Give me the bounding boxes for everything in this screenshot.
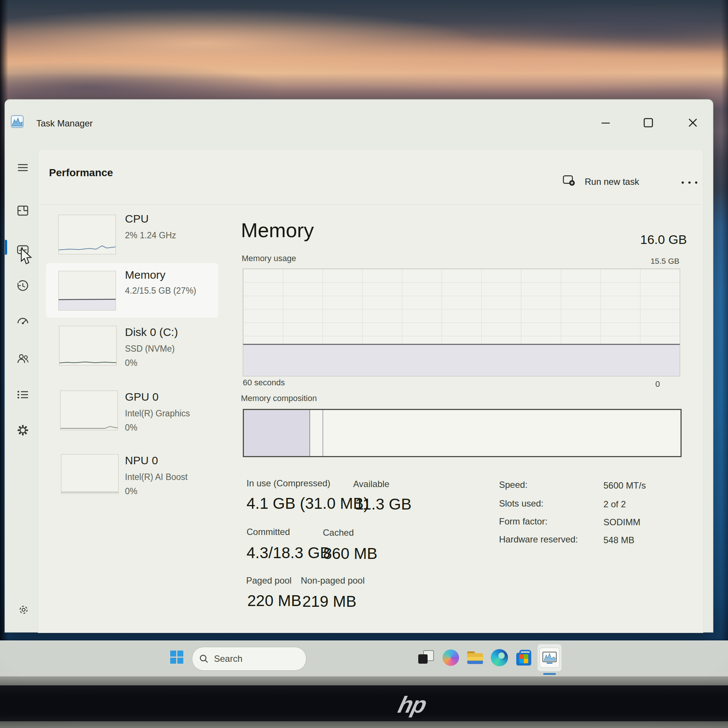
time-axis-right: 0 xyxy=(604,379,660,389)
laptop-base-edge xyxy=(0,721,728,728)
maximize-button[interactable] xyxy=(637,115,659,131)
paged-pool-label: Paged pool xyxy=(246,575,291,586)
search-icon xyxy=(199,654,209,664)
cached-value: 860 MB xyxy=(323,545,378,563)
active-app-indicator xyxy=(543,673,556,675)
taskbar-app-copilot[interactable] xyxy=(439,644,463,671)
disk-label: Disk 0 (C:) xyxy=(125,326,178,338)
sidebar-item-app-history[interactable] xyxy=(13,277,32,295)
sidebar-item-startup-apps[interactable] xyxy=(13,313,32,331)
taskbar-app-edge[interactable] xyxy=(488,644,511,671)
available-label: Available xyxy=(353,479,390,489)
taskbar xyxy=(0,641,728,677)
cpu-stats: 2% 1.24 GHz xyxy=(125,231,176,240)
search-input[interactable] xyxy=(213,653,289,664)
committed-label: Committed xyxy=(246,527,290,537)
npu-sparkline xyxy=(61,454,119,494)
time-axis-left: 60 seconds xyxy=(243,378,285,388)
perf-card-npu[interactable]: NPU 0 Intel(R) AI Boost 0% xyxy=(54,451,218,507)
memory-title: Memory xyxy=(241,219,314,242)
microsoft-store-icon xyxy=(513,648,534,667)
task-manager-logo-icon xyxy=(11,115,24,128)
composition-in-use-segment xyxy=(244,410,310,456)
selected-tab-indicator xyxy=(5,240,7,255)
run-new-task-icon xyxy=(562,174,576,187)
slots-used-label: Slots used: xyxy=(499,498,544,509)
memory-used-area xyxy=(243,344,680,376)
minimize-button[interactable] xyxy=(595,115,617,131)
copilot-icon xyxy=(442,650,459,666)
sidebar-item-processes[interactable] xyxy=(13,202,32,220)
npu-usage: 0% xyxy=(125,486,137,496)
speed-label: Speed: xyxy=(499,480,528,490)
memory-usage-graph xyxy=(243,269,680,376)
slots-used-value: 2 of 2 xyxy=(603,499,626,509)
taskbar-app-store[interactable] xyxy=(512,644,536,671)
gpu-sparkline xyxy=(60,390,118,430)
memory-capacity: 16.0 GB xyxy=(545,232,687,247)
taskbar-app-squares[interactable] xyxy=(413,644,437,671)
paged-pool-value: 220 MB xyxy=(247,592,301,610)
start-windows-logo-icon xyxy=(170,650,183,664)
form-factor-label: Form factor: xyxy=(499,516,547,527)
nonpaged-pool-label: Non-paged pool xyxy=(301,575,365,586)
npu-name: Intel(R) AI Boost xyxy=(125,472,187,482)
memory-usage-label: Memory usage xyxy=(242,254,296,263)
memory-composition-bar[interactable] xyxy=(243,409,682,457)
memory-label: Memory xyxy=(125,269,165,281)
header-divider xyxy=(41,204,700,205)
in-use-label: In use (Compressed) xyxy=(246,478,330,489)
hardware-reserved-label: Hardware reserved: xyxy=(499,534,578,545)
cpu-label: CPU xyxy=(125,213,148,225)
composition-modified-segment xyxy=(309,410,323,456)
taskbar-search[interactable] xyxy=(192,647,306,671)
task-manager-taskbar-icon xyxy=(540,648,560,668)
run-new-task-button[interactable]: Run new task xyxy=(585,177,639,187)
start-button[interactable] xyxy=(170,650,183,664)
window-title: Task Manager xyxy=(36,118,93,129)
memory-stats: 4.2/15.5 GB (27%) xyxy=(125,286,196,296)
gpu-usage: 0% xyxy=(125,423,137,433)
cached-label: Cached xyxy=(323,528,354,538)
overlapping-squares-app-icon xyxy=(416,649,434,667)
disk-type: SSD (NVMe) xyxy=(125,344,175,354)
laptop-bezel xyxy=(0,685,728,721)
sidebar-item-users[interactable] xyxy=(13,350,32,368)
gpu-label: GPU 0 xyxy=(125,390,159,403)
npu-label: NPU 0 xyxy=(125,454,158,467)
hardware-reserved-value: 548 MB xyxy=(603,535,635,546)
laptop-bezel-edge xyxy=(0,676,728,685)
file-explorer-folder-icon xyxy=(465,649,485,667)
scale-max-label: 15.5 GB xyxy=(567,257,679,266)
close-button[interactable] xyxy=(682,115,704,131)
gpu-name: Intel(R) Graphics xyxy=(125,408,190,419)
memory-sparkline xyxy=(58,271,116,310)
photo-of-laptop-screen: Task Manager xyxy=(0,0,728,728)
committed-value: 4.3/18.3 GB xyxy=(246,544,330,562)
disk-sparkline xyxy=(59,326,117,366)
available-value: 11.3 GB xyxy=(355,495,411,513)
taskbar-app-task-manager[interactable] xyxy=(538,644,561,671)
disk-usage: 0% xyxy=(125,358,137,368)
taskbar-app-file-explorer[interactable] xyxy=(463,644,487,671)
perf-card-disk[interactable]: Disk 0 (C:) SSD (NVMe) 0% xyxy=(54,323,218,379)
hamburger-menu-icon[interactable] xyxy=(13,159,32,177)
edge-browser-icon xyxy=(491,649,508,666)
perf-card-cpu[interactable]: CPU 2% 1.24 GHz xyxy=(54,212,218,257)
settings-gear-icon[interactable] xyxy=(14,601,33,619)
more-options-button[interactable] xyxy=(680,180,699,185)
perf-card-gpu[interactable]: GPU 0 Intel(R) Graphics 0% xyxy=(54,388,218,444)
mouse-cursor-icon xyxy=(20,248,36,266)
memory-composition-label: Memory composition xyxy=(241,393,317,403)
page-title: Performance xyxy=(49,167,113,179)
task-manager-window: Task Manager xyxy=(5,99,713,633)
sidebar-item-details[interactable] xyxy=(13,386,32,404)
nonpaged-pool-value: 219 MB xyxy=(302,593,356,610)
speed-value: 5600 MT/s xyxy=(603,480,646,491)
form-factor-value: SODIMM xyxy=(603,517,641,528)
sidebar-item-services[interactable] xyxy=(13,421,32,439)
cpu-sparkline xyxy=(58,215,116,254)
in-use-value: 4.1 GB (31.0 MB) xyxy=(246,494,369,512)
perf-card-memory[interactable]: Memory 4.2/15.5 GB (27%) xyxy=(54,268,218,313)
